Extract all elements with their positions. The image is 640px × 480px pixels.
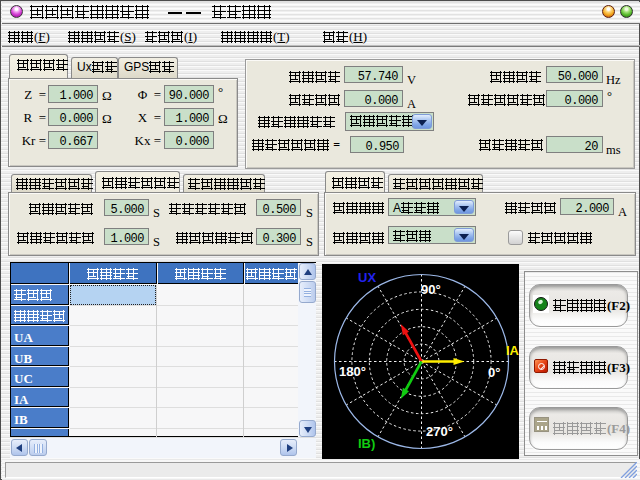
svg-text:IB): IB) xyxy=(358,436,375,451)
svg-text:0°: 0° xyxy=(488,365,500,380)
svg-text:180°: 180° xyxy=(339,364,366,379)
svg-text:90°: 90° xyxy=(421,282,441,297)
svg-text:UX: UX xyxy=(358,270,376,285)
svg-text:270°: 270° xyxy=(426,424,453,439)
svg-text:IA: IA xyxy=(506,343,519,358)
